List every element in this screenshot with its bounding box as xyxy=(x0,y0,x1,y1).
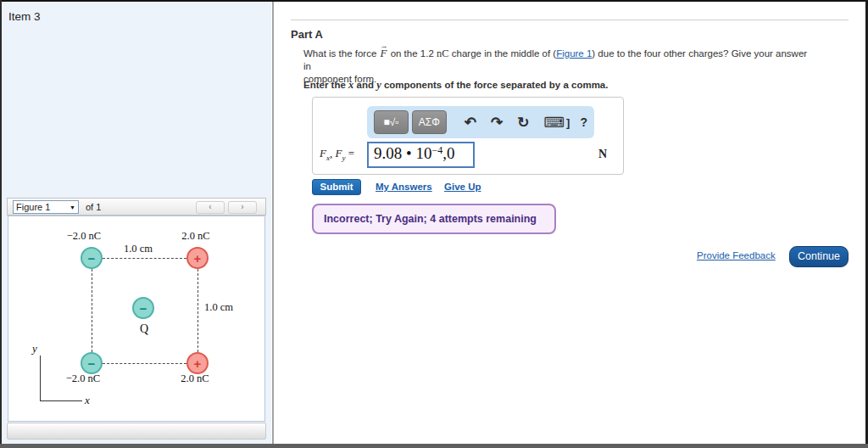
charge-label-bottom-left: −2.0 nC xyxy=(49,372,117,385)
reset-icon[interactable]: ↻ xyxy=(517,115,529,130)
dashed-line-bottom xyxy=(103,363,186,364)
my-answers-link[interactable]: My Answers xyxy=(376,182,432,192)
dashed-line-right xyxy=(198,269,198,352)
feedback-message: Incorrect; Try Again; 4 attempts remaini… xyxy=(324,213,537,225)
y-axis-line xyxy=(40,356,41,401)
charge-label-top-left: −2.0 nC xyxy=(50,230,118,243)
figure-header-bar: Figure 1 ▼ of 1 ‹ › xyxy=(7,198,266,216)
submit-button[interactable]: Submit xyxy=(312,179,361,195)
feedback-banner: Incorrect; Try Again; 4 attempts remaini… xyxy=(312,204,556,234)
distance-label-right: 1.0 cm xyxy=(204,301,233,314)
math-templates-button[interactable]: ■√▫ xyxy=(374,110,409,134)
window-border-bottom xyxy=(0,444,868,448)
minus-icon: − xyxy=(140,302,147,315)
figure-select-dropdown[interactable]: Figure 1 ▼ xyxy=(13,200,79,214)
figure-next-button[interactable]: › xyxy=(228,201,257,214)
figure-link[interactable]: Figure 1 xyxy=(556,48,592,59)
figure-canvas: − + − − + −2.0 nC 2.0 nC 1.0 cm 1.0 cm Q… xyxy=(8,216,265,422)
chevron-left-icon: ‹ xyxy=(209,202,211,211)
charge-center-negative: − xyxy=(132,297,154,319)
x-axis-label: x xyxy=(85,394,90,407)
keyboard-bracket: ] xyxy=(566,116,570,129)
figure-prev-button[interactable]: ‹ xyxy=(196,201,225,214)
figure-scrollbar-track xyxy=(7,423,266,440)
minus-icon: − xyxy=(88,252,96,265)
charge-top-left-negative: − xyxy=(81,247,103,269)
center-charge-label: Q xyxy=(127,322,161,336)
charge-top-right-positive: + xyxy=(186,247,209,269)
part-heading: Part A xyxy=(291,28,323,41)
item-title: Item 3 xyxy=(8,10,41,23)
charge-label-bottom-right: 2.0 nC xyxy=(161,372,229,385)
answer-unit-label: N xyxy=(598,148,607,161)
question-line-1: What is the force →F on the 1.2 nC charg… xyxy=(303,47,810,73)
figure-count-label: of 1 xyxy=(86,202,101,212)
charge-bottom-right-positive: + xyxy=(186,352,209,374)
greek-symbols-button[interactable]: ΑΣΦ xyxy=(412,110,447,134)
panel-divider xyxy=(272,2,274,444)
undo-icon[interactable]: ↶ xyxy=(465,115,476,130)
force-vector-symbol: →F xyxy=(379,47,387,59)
keyboard-icon[interactable]: ⌨ xyxy=(544,115,565,130)
plus-icon: + xyxy=(194,357,202,370)
continue-button[interactable]: Continue xyxy=(789,246,849,267)
instruction-text: Enter the x and y components of the forc… xyxy=(303,79,608,92)
give-up-link[interactable]: Give Up xyxy=(444,182,481,192)
assignment-window: Item 3 Figure 1 ▼ of 1 ‹ › − + − − xyxy=(0,0,868,448)
dashed-line-top xyxy=(103,258,186,259)
dashed-line-left xyxy=(92,269,92,352)
unit-nC: nC xyxy=(437,48,449,59)
figure-dropdown-value: Figure 1 xyxy=(16,202,50,212)
charge-bottom-left-negative: − xyxy=(81,352,103,374)
y-axis-label: y xyxy=(32,342,37,356)
redo-icon[interactable]: ↷ xyxy=(491,115,503,130)
answer-variable-label: Fx, Fy = xyxy=(320,147,354,162)
distance-label-top: 1.0 cm xyxy=(104,243,172,255)
chevron-right-icon: › xyxy=(241,202,243,211)
help-icon[interactable]: ? xyxy=(580,116,587,128)
equation-toolbar: ■√▫ ΑΣΦ ↶ ↷ ↻ ⌨ ] ? xyxy=(367,106,594,138)
x-axis-line xyxy=(40,400,82,401)
answer-entry-box: ■√▫ ΑΣΦ ↶ ↷ ↻ ⌨ ] ? Fx, Fy = 9.08 • 10−4… xyxy=(312,97,624,175)
plus-icon: + xyxy=(194,252,202,265)
vector-arrow-icon: → xyxy=(380,40,387,53)
chevron-down-icon: ▼ xyxy=(70,204,75,210)
answer-input-field[interactable]: 9.08 • 10−4,0 xyxy=(367,142,475,168)
charge-label-top-right: 2.0 nC xyxy=(162,230,230,243)
provide-feedback-link[interactable]: Provide Feedback xyxy=(697,250,776,260)
section-divider xyxy=(291,20,849,20)
minus-icon: − xyxy=(88,357,96,370)
